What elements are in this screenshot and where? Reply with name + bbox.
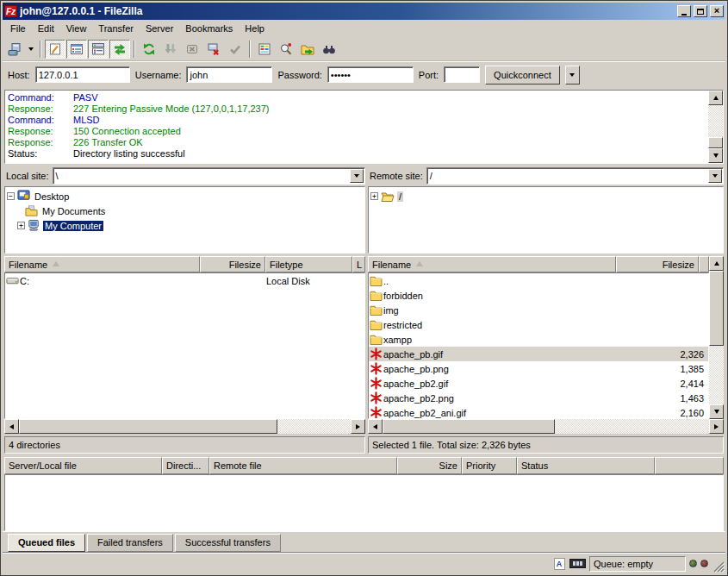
local-header-lastmodified[interactable]: L [352,256,365,272]
remote-row[interactable]: img [369,303,708,317]
local-hscroll-thumb[interactable] [19,419,277,434]
remote-file-list[interactable]: .. forbidden img restricted xampp apache… [368,272,709,419]
tree-item-my-documents[interactable]: My Documents [7,203,364,218]
find-files-button[interactable] [319,40,339,59]
collapse-icon[interactable]: − [7,192,15,200]
directory-comparison-button[interactable] [276,40,296,59]
local-hscroll-track[interactable] [19,419,351,434]
local-horizontal-scrollbar[interactable] [4,419,365,434]
minimize-button[interactable] [677,5,691,17]
remote-row[interactable]: .. [369,273,708,288]
scroll-up-button[interactable] [708,91,723,105]
quickconnect-button[interactable]: Quickconnect [485,66,560,85]
local-row-c-drive[interactable]: C: Local Disk [5,273,364,288]
maximize-button[interactable] [694,5,707,17]
reconnect-button[interactable] [225,40,246,59]
port-label: Port: [419,70,439,80]
local-header-filetype[interactable]: Filetype [265,256,352,272]
directory-filters-button[interactable] [254,40,275,59]
menu-bookmarks[interactable]: Bookmarks [179,22,239,35]
queue-header-status[interactable]: Status [517,457,655,474]
port-input[interactable] [447,70,476,80]
menu-edit[interactable]: Edit [32,22,60,35]
remote-row[interactable]: apache_pb2.png1,463 [369,391,708,405]
password-input[interactable] [331,70,410,80]
title-bar[interactable]: Fz john@127.0.0.1 - FileZilla × [3,3,725,20]
disconnect-button[interactable] [203,40,224,59]
toggle-remote-tree-button[interactable] [88,40,109,59]
toggle-message-log-button[interactable] [45,40,65,59]
refresh-button[interactable] [139,40,159,59]
remote-row-selected[interactable]: apache_pb.gif2,326 [369,347,708,361]
menu-help[interactable]: Help [239,22,271,35]
tab-queued-files[interactable]: Queued files [8,534,85,552]
queue-header-direction[interactable]: Directi... [162,457,209,474]
queue-header-priority[interactable]: Priority [462,457,517,474]
host-input[interactable] [39,70,127,80]
scroll-right-button[interactable] [709,419,724,434]
remote-row[interactable]: apache_pb2.gif2,414 [369,376,708,391]
queue-header-server-local-file[interactable]: Server/Local file [4,457,162,474]
remote-hscroll-thumb[interactable] [383,419,555,434]
log-scrollbar[interactable] [708,91,723,163]
log-scroll-thumb[interactable] [708,137,723,148]
toggle-local-tree-button[interactable] [66,40,87,59]
local-site-combo[interactable]: \ [53,167,365,185]
menu-server[interactable]: Server [140,22,179,35]
toggle-transfer-queue-button[interactable] [109,40,130,59]
menu-file[interactable]: File [4,22,32,35]
arrow-left-icon [9,424,14,429]
remote-site-dropdown[interactable] [708,169,722,183]
remote-row[interactable]: forbidden [369,288,708,303]
remote-row[interactable]: restricted [369,317,708,332]
ascii-transfer-type-icon[interactable]: A [552,557,566,570]
log-scroll-track[interactable] [708,105,723,148]
tree-item-root[interactable]: + / [370,189,723,203]
process-queue-button[interactable] [160,40,181,59]
menu-transfer[interactable]: Transfer [92,22,140,35]
message-log-body[interactable]: Command:PASV Response:227 Entering Passi… [5,91,708,163]
remote-horizontal-scrollbar[interactable] [368,419,724,434]
cancel-operation-button[interactable] [182,40,202,59]
scroll-left-button[interactable] [4,419,19,434]
local-header-filename[interactable]: Filename [4,256,200,272]
quickconnect-dropdown[interactable] [565,66,580,85]
my-computer-icon [28,219,40,232]
remote-vscroll-thumb[interactable] [709,271,724,346]
arrow-down-icon [713,153,719,158]
queue-body[interactable] [4,474,724,531]
local-header-filesize[interactable]: Filesize [200,256,265,272]
local-file-list[interactable]: C: Local Disk [4,272,365,419]
expand-icon[interactable]: + [370,192,378,200]
remote-vertical-scrollbar[interactable] [709,256,724,419]
remote-vscroll-track[interactable] [709,271,724,404]
remote-header-filename[interactable]: Filename [368,256,616,272]
queue-header-size[interactable]: Size [397,457,462,474]
scroll-right-button[interactable] [351,419,365,434]
close-button[interactable]: × [710,5,724,17]
site-manager-button[interactable] [4,40,25,59]
scroll-down-button[interactable] [709,404,724,419]
remote-hscroll-track[interactable] [383,419,709,434]
local-site-dropdown[interactable] [350,169,364,183]
username-input[interactable] [190,70,269,80]
synchronized-browsing-button[interactable] [297,40,318,59]
menu-view[interactable]: View [60,22,93,35]
site-manager-dropdown[interactable] [26,40,36,59]
speed-indicator-icon[interactable] [569,559,586,568]
remote-row[interactable]: xampp [369,332,708,347]
expand-icon[interactable]: + [17,222,25,229]
remote-site-combo[interactable]: / [426,167,724,185]
resize-grip[interactable] [712,560,725,573]
remote-row[interactable]: apache_pb2_ani.gif2,160 [369,405,708,419]
scroll-down-button[interactable] [708,148,723,163]
tree-item-my-computer[interactable]: + My Computer [7,218,364,233]
queue-header-remote-file[interactable]: Remote file [209,457,397,474]
scroll-up-button[interactable] [709,256,724,271]
remote-row[interactable]: apache_pb.png1,385 [369,361,708,376]
tab-successful-transfers[interactable]: Successful transfers [175,534,281,552]
remote-header-filesize[interactable]: Filesize [616,256,699,272]
scroll-left-button[interactable] [368,419,383,434]
tree-item-desktop[interactable]: − Desktop [7,189,364,203]
tab-failed-transfers[interactable]: Failed transfers [87,534,173,552]
